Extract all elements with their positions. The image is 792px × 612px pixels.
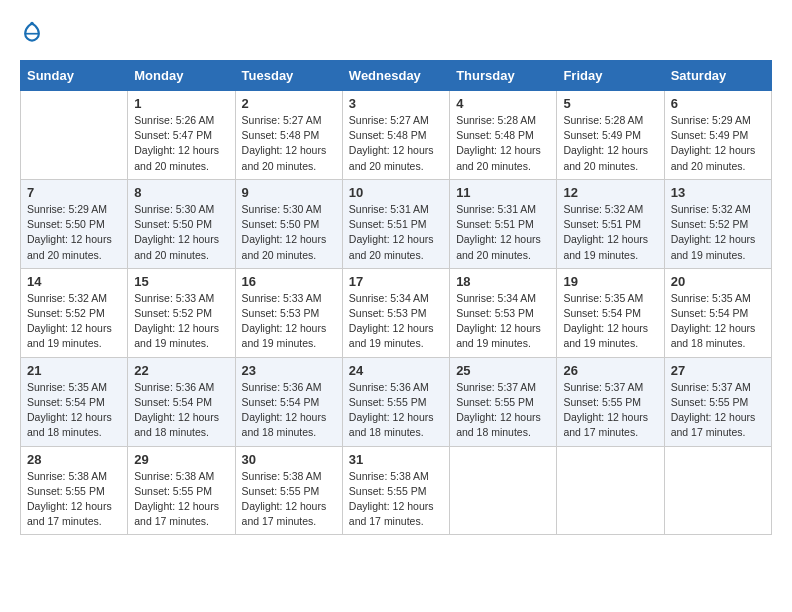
day-info: Sunrise: 5:28 AM Sunset: 5:48 PM Dayligh…: [456, 113, 550, 174]
day-number: 21: [27, 363, 121, 378]
calendar-cell: 31Sunrise: 5:38 AM Sunset: 5:55 PM Dayli…: [342, 446, 449, 535]
day-number: 17: [349, 274, 443, 289]
page-header: [20, 20, 772, 44]
day-number: 1: [134, 96, 228, 111]
calendar-table: SundayMondayTuesdayWednesdayThursdayFrid…: [20, 60, 772, 535]
calendar-cell: 5Sunrise: 5:28 AM Sunset: 5:49 PM Daylig…: [557, 91, 664, 180]
calendar-cell: 11Sunrise: 5:31 AM Sunset: 5:51 PM Dayli…: [450, 179, 557, 268]
day-info: Sunrise: 5:29 AM Sunset: 5:50 PM Dayligh…: [27, 202, 121, 263]
calendar-cell: 23Sunrise: 5:36 AM Sunset: 5:54 PM Dayli…: [235, 357, 342, 446]
day-info: Sunrise: 5:37 AM Sunset: 5:55 PM Dayligh…: [563, 380, 657, 441]
day-info: Sunrise: 5:33 AM Sunset: 5:53 PM Dayligh…: [242, 291, 336, 352]
column-header-wednesday: Wednesday: [342, 61, 449, 91]
day-info: Sunrise: 5:34 AM Sunset: 5:53 PM Dayligh…: [456, 291, 550, 352]
calendar-cell: [21, 91, 128, 180]
day-number: 31: [349, 452, 443, 467]
calendar-cell: 13Sunrise: 5:32 AM Sunset: 5:52 PM Dayli…: [664, 179, 771, 268]
calendar-week-row: 14Sunrise: 5:32 AM Sunset: 5:52 PM Dayli…: [21, 268, 772, 357]
column-header-thursday: Thursday: [450, 61, 557, 91]
day-info: Sunrise: 5:31 AM Sunset: 5:51 PM Dayligh…: [456, 202, 550, 263]
day-info: Sunrise: 5:28 AM Sunset: 5:49 PM Dayligh…: [563, 113, 657, 174]
day-number: 24: [349, 363, 443, 378]
day-number: 10: [349, 185, 443, 200]
day-info: Sunrise: 5:36 AM Sunset: 5:54 PM Dayligh…: [242, 380, 336, 441]
calendar-cell: 1Sunrise: 5:26 AM Sunset: 5:47 PM Daylig…: [128, 91, 235, 180]
day-info: Sunrise: 5:37 AM Sunset: 5:55 PM Dayligh…: [456, 380, 550, 441]
day-number: 15: [134, 274, 228, 289]
day-info: Sunrise: 5:35 AM Sunset: 5:54 PM Dayligh…: [563, 291, 657, 352]
day-number: 30: [242, 452, 336, 467]
day-info: Sunrise: 5:31 AM Sunset: 5:51 PM Dayligh…: [349, 202, 443, 263]
day-number: 2: [242, 96, 336, 111]
calendar-cell: [664, 446, 771, 535]
day-info: Sunrise: 5:34 AM Sunset: 5:53 PM Dayligh…: [349, 291, 443, 352]
day-number: 8: [134, 185, 228, 200]
day-number: 28: [27, 452, 121, 467]
calendar-cell: 30Sunrise: 5:38 AM Sunset: 5:55 PM Dayli…: [235, 446, 342, 535]
calendar-week-row: 21Sunrise: 5:35 AM Sunset: 5:54 PM Dayli…: [21, 357, 772, 446]
day-number: 14: [27, 274, 121, 289]
day-info: Sunrise: 5:35 AM Sunset: 5:54 PM Dayligh…: [27, 380, 121, 441]
day-number: 20: [671, 274, 765, 289]
day-info: Sunrise: 5:30 AM Sunset: 5:50 PM Dayligh…: [134, 202, 228, 263]
calendar-cell: [557, 446, 664, 535]
column-header-saturday: Saturday: [664, 61, 771, 91]
day-info: Sunrise: 5:36 AM Sunset: 5:55 PM Dayligh…: [349, 380, 443, 441]
calendar-cell: 26Sunrise: 5:37 AM Sunset: 5:55 PM Dayli…: [557, 357, 664, 446]
calendar-cell: 3Sunrise: 5:27 AM Sunset: 5:48 PM Daylig…: [342, 91, 449, 180]
day-number: 4: [456, 96, 550, 111]
day-number: 25: [456, 363, 550, 378]
calendar-cell: 18Sunrise: 5:34 AM Sunset: 5:53 PM Dayli…: [450, 268, 557, 357]
day-info: Sunrise: 5:32 AM Sunset: 5:52 PM Dayligh…: [27, 291, 121, 352]
day-info: Sunrise: 5:27 AM Sunset: 5:48 PM Dayligh…: [349, 113, 443, 174]
calendar-cell: 7Sunrise: 5:29 AM Sunset: 5:50 PM Daylig…: [21, 179, 128, 268]
day-number: 18: [456, 274, 550, 289]
calendar-cell: 22Sunrise: 5:36 AM Sunset: 5:54 PM Dayli…: [128, 357, 235, 446]
day-number: 9: [242, 185, 336, 200]
calendar-cell: 20Sunrise: 5:35 AM Sunset: 5:54 PM Dayli…: [664, 268, 771, 357]
calendar-cell: 17Sunrise: 5:34 AM Sunset: 5:53 PM Dayli…: [342, 268, 449, 357]
column-header-monday: Monday: [128, 61, 235, 91]
calendar-header-row: SundayMondayTuesdayWednesdayThursdayFrid…: [21, 61, 772, 91]
day-number: 16: [242, 274, 336, 289]
day-number: 26: [563, 363, 657, 378]
logo: [20, 20, 48, 44]
day-info: Sunrise: 5:38 AM Sunset: 5:55 PM Dayligh…: [134, 469, 228, 530]
calendar-cell: 27Sunrise: 5:37 AM Sunset: 5:55 PM Dayli…: [664, 357, 771, 446]
svg-point-0: [30, 22, 33, 25]
calendar-cell: 4Sunrise: 5:28 AM Sunset: 5:48 PM Daylig…: [450, 91, 557, 180]
day-info: Sunrise: 5:38 AM Sunset: 5:55 PM Dayligh…: [349, 469, 443, 530]
day-info: Sunrise: 5:37 AM Sunset: 5:55 PM Dayligh…: [671, 380, 765, 441]
day-number: 5: [563, 96, 657, 111]
day-number: 23: [242, 363, 336, 378]
column-header-tuesday: Tuesday: [235, 61, 342, 91]
day-info: Sunrise: 5:26 AM Sunset: 5:47 PM Dayligh…: [134, 113, 228, 174]
day-number: 13: [671, 185, 765, 200]
calendar-cell: 19Sunrise: 5:35 AM Sunset: 5:54 PM Dayli…: [557, 268, 664, 357]
calendar-week-row: 7Sunrise: 5:29 AM Sunset: 5:50 PM Daylig…: [21, 179, 772, 268]
calendar-cell: 9Sunrise: 5:30 AM Sunset: 5:50 PM Daylig…: [235, 179, 342, 268]
day-number: 29: [134, 452, 228, 467]
calendar-cell: 16Sunrise: 5:33 AM Sunset: 5:53 PM Dayli…: [235, 268, 342, 357]
day-number: 22: [134, 363, 228, 378]
calendar-cell: 25Sunrise: 5:37 AM Sunset: 5:55 PM Dayli…: [450, 357, 557, 446]
calendar-cell: 12Sunrise: 5:32 AM Sunset: 5:51 PM Dayli…: [557, 179, 664, 268]
day-info: Sunrise: 5:32 AM Sunset: 5:52 PM Dayligh…: [671, 202, 765, 263]
day-number: 7: [27, 185, 121, 200]
day-info: Sunrise: 5:27 AM Sunset: 5:48 PM Dayligh…: [242, 113, 336, 174]
day-number: 12: [563, 185, 657, 200]
calendar-cell: 8Sunrise: 5:30 AM Sunset: 5:50 PM Daylig…: [128, 179, 235, 268]
day-info: Sunrise: 5:38 AM Sunset: 5:55 PM Dayligh…: [27, 469, 121, 530]
column-header-friday: Friday: [557, 61, 664, 91]
calendar-cell: [450, 446, 557, 535]
day-number: 6: [671, 96, 765, 111]
day-number: 27: [671, 363, 765, 378]
calendar-cell: 6Sunrise: 5:29 AM Sunset: 5:49 PM Daylig…: [664, 91, 771, 180]
calendar-cell: 15Sunrise: 5:33 AM Sunset: 5:52 PM Dayli…: [128, 268, 235, 357]
day-number: 11: [456, 185, 550, 200]
calendar-cell: 2Sunrise: 5:27 AM Sunset: 5:48 PM Daylig…: [235, 91, 342, 180]
calendar-cell: 29Sunrise: 5:38 AM Sunset: 5:55 PM Dayli…: [128, 446, 235, 535]
day-info: Sunrise: 5:29 AM Sunset: 5:49 PM Dayligh…: [671, 113, 765, 174]
calendar-cell: 21Sunrise: 5:35 AM Sunset: 5:54 PM Dayli…: [21, 357, 128, 446]
logo-icon: [20, 20, 44, 44]
